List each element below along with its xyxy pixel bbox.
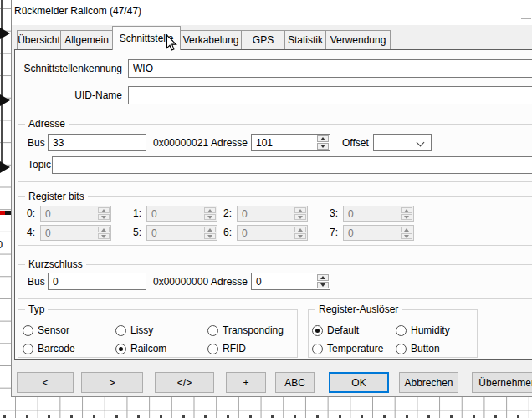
offset-combobox[interactable]: [373, 134, 432, 151]
background-label-fragment: 0: [0, 238, 3, 251]
next-button[interactable]: >: [81, 372, 143, 393]
kennung-input[interactable]: [128, 59, 532, 78]
kurzschluss-adresse-input[interactable]: [252, 273, 316, 289]
spinner-buttons: [317, 135, 329, 150]
ok-button[interactable]: OK: [329, 372, 389, 393]
tab-verkabelung[interactable]: Verkabelung: [180, 30, 242, 49]
topic-input[interactable]: [52, 156, 532, 174]
tab-uebersicht[interactable]: Übersicht: [17, 30, 61, 49]
apply-button[interactable]: Übernehmen: [472, 372, 532, 393]
kurzschluss-bus-input[interactable]: [48, 273, 146, 290]
bit-spinner-7: [343, 225, 414, 241]
typ-group-title: Typ: [25, 303, 48, 316]
adresse-spinner-input[interactable]: [252, 135, 316, 150]
adresse-label: Adresse: [211, 137, 248, 150]
bit-spinner-1: [146, 206, 217, 222]
tab-statistik[interactable]: Statistik: [284, 30, 326, 49]
spin-up-button: [401, 227, 412, 232]
bus-hex-value: 0x00000021: [153, 137, 208, 150]
adresse-group-title: Adresse: [25, 118, 69, 130]
spin-down-button: [294, 214, 306, 220]
background-border-line: [1, 0, 3, 171]
tab-panel: Schnittstellenkennung UID-Name Adresse B…: [14, 49, 532, 360]
uid-name-label: UID-Name: [15, 89, 122, 102]
bit-label: 0:: [27, 207, 35, 220]
tab-gps[interactable]: GPS: [241, 30, 285, 49]
bit-spinner-input: [147, 226, 203, 240]
register-bits-group-title: Register bits: [25, 191, 88, 203]
bit-label: 2:: [223, 207, 232, 220]
spin-up-button: [98, 227, 110, 232]
track-arrow-icon: [0, 94, 10, 106]
radio-barcode[interactable]: Barcode: [23, 343, 75, 354]
bit-spinner-2: [237, 206, 308, 222]
radio-circle: [23, 325, 33, 336]
spin-up-button: [204, 227, 216, 232]
bit-spinner-0: [40, 206, 111, 222]
radio-circle: [396, 325, 407, 336]
spin-down-button: [98, 233, 110, 239]
spin-up-button: [204, 207, 216, 213]
chevron-down-icon: [417, 139, 425, 147]
bit-spinner-input: [344, 226, 400, 240]
track-segment-black: [5, 211, 11, 215]
spin-up-button: [294, 227, 306, 232]
prev-button[interactable]: <: [17, 372, 74, 393]
radio-circle: [207, 344, 218, 354]
radio-humidity[interactable]: Humidity: [396, 324, 450, 336]
bit-spinner-input: [41, 206, 97, 221]
spin-down-button[interactable]: [317, 143, 329, 150]
abc-button[interactable]: ABC: [275, 372, 315, 393]
spinner-buttons: [317, 274, 329, 288]
register-bits-group: Register bits 0: 1: 2: 3: 4:: [18, 196, 532, 246]
spin-down-button: [401, 233, 412, 239]
arrow-down-icon: [320, 283, 325, 287]
bit-spinner-input: [238, 226, 294, 240]
kurzschluss-bus-label: Bus: [28, 276, 45, 288]
bus-input[interactable]: [48, 134, 146, 151]
bit-spinner-input: [147, 206, 203, 221]
radio-rfid[interactable]: RFID: [207, 343, 246, 354]
spin-down-button: [204, 233, 216, 239]
bit-spinner-5: [146, 225, 217, 241]
adresse-spinner[interactable]: [251, 134, 330, 151]
kurzschluss-group: Kurzschluss Bus 0x00000000 Adresse: [18, 264, 532, 299]
radio-button[interactable]: Button: [396, 343, 440, 354]
dialog-window: Rückmelder Railcom (47/47) Übersicht All…: [11, 0, 532, 397]
topic-label: Topic: [28, 159, 51, 171]
radio-temperature[interactable]: Temperature: [312, 343, 383, 354]
uid-name-input[interactable]: [128, 86, 532, 104]
register-ausloeser-group: Register-Auslöser Default Humidity Tempe…: [308, 309, 478, 358]
spin-up-button[interactable]: [317, 135, 329, 142]
bit-spinner-input: [41, 226, 97, 240]
offset-label: Offset: [342, 137, 369, 150]
track-arrow-icon: [0, 28, 10, 39]
minimize-icon[interactable]: [521, 18, 531, 19]
spin-up-button: [401, 207, 412, 213]
spin-down-button[interactable]: [317, 282, 329, 288]
radio-lissy[interactable]: Lissy: [115, 324, 153, 336]
track-arrow-icon: [0, 161, 10, 173]
radio-sensor[interactable]: Sensor: [23, 324, 69, 336]
radio-circle: [312, 344, 323, 354]
spin-up-button[interactable]: [317, 274, 329, 281]
code-button[interactable]: </>: [155, 372, 214, 393]
radio-default[interactable]: Default: [312, 324, 359, 336]
bit-spinner-6: [237, 225, 308, 241]
adresse-group: Adresse Bus 0x00000021 Adresse Offset To…: [18, 124, 532, 182]
kurzschluss-adresse-spinner[interactable]: [251, 273, 330, 290]
radio-circle: [207, 325, 218, 336]
tab-verwendung[interactable]: Verwendung: [325, 30, 391, 49]
radio-circle: [396, 344, 407, 354]
radio-transponding[interactable]: Transponding: [207, 324, 284, 336]
bit-spinner-input: [238, 206, 294, 221]
bit-label: 3:: [330, 207, 338, 220]
tab-allgemein[interactable]: Allgemein: [60, 30, 113, 49]
radio-railcom[interactable]: Railcom: [115, 343, 166, 354]
cancel-button[interactable]: Abbrechen: [399, 372, 458, 393]
mouse-cursor: [166, 34, 177, 52]
spin-up-button: [294, 207, 306, 213]
add-button[interactable]: +: [226, 372, 266, 393]
bit-label: 1:: [133, 207, 141, 220]
window-title: Rückmelder Railcom (47/47): [14, 5, 141, 17]
